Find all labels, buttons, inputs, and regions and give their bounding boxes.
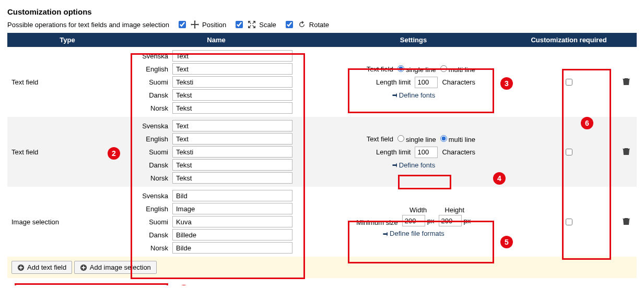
name-inputs: Svenska English Suomi Dansk Norsk: [132, 190, 301, 254]
required-checkbox[interactable]: [566, 219, 572, 225]
delete-button[interactable]: [622, 149, 630, 157]
height-input[interactable]: [439, 215, 462, 226]
add-text-field-button[interactable]: Add text field: [11, 261, 72, 274]
op-scale[interactable]: Scale: [233, 19, 276, 30]
col-type: Type: [7, 33, 127, 47]
name-input-en[interactable]: [172, 203, 292, 214]
trash-icon: [622, 217, 630, 225]
table-row: Text field Svenska English Suomi Dansk N…: [7, 117, 637, 187]
page-title: Customization options: [7, 7, 637, 16]
define-fonts-link[interactable]: Define fonts: [392, 91, 435, 99]
required-checkbox[interactable]: [566, 149, 572, 155]
customization-table: Type Name Settings Customization require…: [7, 33, 637, 278]
mode-multi[interactable]: multi line: [440, 135, 475, 143]
length-input[interactable]: [415, 147, 438, 158]
name-inputs: Svenska English Suomi Dansk Norsk: [132, 50, 301, 114]
annotation-box-1: [15, 283, 168, 285]
op-position-checkbox[interactable]: [179, 21, 186, 28]
name-input-da[interactable]: [172, 229, 292, 240]
name-input-da[interactable]: [172, 89, 292, 101]
plus-circle-icon: [80, 264, 87, 271]
name-input-no[interactable]: [172, 172, 292, 184]
scale-icon: [248, 20, 256, 29]
annotation-badge-1: 1: [178, 285, 190, 285]
plus-circle-icon: [17, 264, 25, 271]
name-input-sv[interactable]: [172, 190, 292, 201]
op-rotate-checkbox[interactable]: [286, 21, 293, 28]
col-required: Customization required: [522, 33, 616, 47]
name-input-no[interactable]: [172, 242, 292, 254]
name-input-sv[interactable]: [172, 50, 292, 62]
name-input-sv[interactable]: [172, 120, 292, 131]
arrow-icon: [382, 231, 388, 236]
name-input-no[interactable]: [172, 102, 292, 114]
mode-multi[interactable]: multi line: [440, 65, 475, 74]
required-checkbox[interactable]: [566, 79, 572, 86]
trash-icon: [622, 77, 630, 86]
rotate-icon: [298, 20, 306, 29]
op-position[interactable]: Position: [177, 19, 226, 30]
name-input-fi[interactable]: [172, 146, 292, 158]
trash-icon: [622, 147, 630, 155]
operations-label: Possible operations for text fields and …: [7, 21, 169, 29]
delete-button[interactable]: [622, 79, 630, 87]
length-input[interactable]: [415, 77, 438, 88]
name-input-fi[interactable]: [172, 216, 292, 227]
op-scale-checkbox[interactable]: [236, 21, 243, 28]
add-image-selection-button[interactable]: Add image selection: [74, 261, 157, 274]
name-inputs: Svenska English Suomi Dansk Norsk: [132, 120, 301, 184]
footer-row: Add text field Add image selection: [7, 257, 637, 278]
col-settings: Settings: [305, 33, 522, 47]
operations-row: Possible operations for text fields and …: [7, 19, 637, 30]
mode-single[interactable]: single line: [397, 135, 436, 143]
mode-single[interactable]: single line: [397, 65, 436, 74]
row-type: Text field: [7, 117, 127, 187]
define-fonts-link[interactable]: Define fonts: [392, 161, 435, 169]
width-input[interactable]: [402, 215, 425, 226]
table-row: Image selection Svenska English Suomi Da…: [7, 187, 637, 257]
name-input-en[interactable]: [172, 133, 292, 145]
name-input-fi[interactable]: [172, 76, 292, 88]
row-type: Image selection: [7, 187, 127, 257]
arrow-icon: [392, 92, 397, 98]
op-rotate[interactable]: Rotate: [284, 19, 329, 30]
page-root: Customization options Possible operation…: [7, 7, 637, 278]
name-input-en[interactable]: [172, 63, 292, 75]
define-formats-link[interactable]: Define file formats: [382, 230, 444, 237]
move-icon: [191, 20, 199, 29]
name-input-da[interactable]: [172, 159, 292, 171]
delete-button[interactable]: [622, 219, 630, 227]
arrow-icon: [392, 162, 397, 167]
table-row: Text field Svenska English Suomi Dansk N…: [7, 47, 637, 117]
row-type: Text field: [7, 47, 127, 117]
col-name: Name: [127, 33, 305, 47]
